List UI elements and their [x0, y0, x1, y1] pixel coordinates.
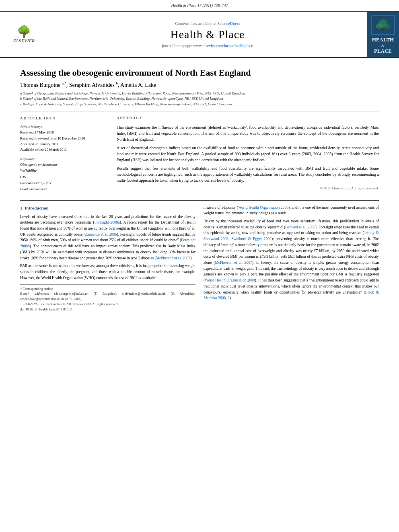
keyword-3: GIS	[20, 174, 109, 180]
email-alvanides: s.alvanides@northumbria.ac.uk (S. Alvani…	[122, 292, 195, 296]
affiliations: a School of Geography, Politics and Soci…	[20, 91, 379, 107]
hp-logo-place: PLACE	[374, 48, 392, 54]
email-label: E-mail addresses:	[20, 292, 49, 296]
ref-banwell[interactable]: Banwell et al. 2005	[285, 225, 315, 229]
footnote-email-line: E-mail addresses: t.h.s.burgoine@ncl.ac.…	[20, 291, 195, 302]
abstract-para3: Results suggest that few elements of bot…	[117, 165, 379, 183]
body-divider	[20, 200, 379, 201]
affiliation-b: b School of the Built and Natural Enviro…	[20, 96, 379, 102]
keywords-list: Obesogenic environments Walkability GIS …	[20, 162, 109, 192]
article-title: Assessing the obesogenic environment of …	[20, 68, 379, 78]
doi-line: doi:10.1016/j.healthplace.2011.01.011	[20, 307, 195, 312]
ref-black[interactable]: Black & Macinko 2008, 2	[204, 290, 379, 300]
keywords-label: Keywords:	[20, 156, 109, 162]
ref-mcpherson2007b[interactable]: McPherson et al. 2007	[215, 261, 252, 265]
intro-para3: measure of adiposity (World Health Organ…	[204, 205, 379, 216]
ref-foresight2008a[interactable]: Foresight 2008a	[95, 220, 120, 224]
page-container: Health & Place 17 (2011) 738–747 🌳 ELSEV…	[0, 0, 399, 320]
ref-zaninotto[interactable]: Zaninotto et al. 2006	[85, 232, 117, 236]
info-section: ARTICLE INFO Article history: Received 2…	[20, 115, 379, 195]
elsevier-brand-text: ELSEVIER	[13, 38, 35, 43]
svg-rect-4	[376, 28, 390, 31]
footnote-divider	[20, 284, 195, 285]
article-info-panel: ARTICLE INFO Article history: Received 2…	[20, 115, 109, 195]
body-col-right: measure of adiposity (World Health Organ…	[204, 205, 379, 312]
keywords-section: Keywords: Obesogenic environments Walkab…	[20, 156, 109, 193]
hp-logo-health: HEALTH	[372, 37, 394, 43]
abstract-para2: A set of theoretical obesogenic indices …	[117, 145, 379, 163]
issn-line: 1353-8292/$ - see front matter © 2011 El…	[20, 302, 195, 307]
abstract-text: This study examines the influence of the…	[117, 124, 379, 183]
body-col-left: 1. Introduction Levels of obesity have i…	[20, 205, 195, 312]
hp-logo-box: HEALTH & PLACE	[367, 12, 399, 57]
contents-line: Contents lists available at ScienceDirec…	[175, 21, 240, 26]
ref-jeffery[interactable]: Jeffery & Sherwood 2008	[204, 231, 379, 241]
ref-mcpherson2007a[interactable]: McPherson et al. 2007	[156, 256, 191, 260]
journal-header-band: 🌳 ELSEVIER Contents lists available at S…	[0, 11, 399, 58]
hp-logo-image	[371, 15, 395, 35]
keyword-2: Walkability	[20, 168, 109, 174]
hp-logo-ampersand: &	[381, 43, 385, 48]
ref-swinburn[interactable]: Swinburn & Egger 2002	[231, 237, 271, 241]
authors-line: Thomas Burgoine a,*, Seraphim Alvanides …	[20, 81, 379, 88]
footnote-star: * Corresponding author.	[20, 286, 195, 292]
contents-text: Contents lists available at	[175, 21, 216, 26]
journal-title-center: Contents lists available at ScienceDirec…	[48, 12, 367, 57]
journal-citation-bar: Health & Place 17 (2011) 738–747	[0, 0, 399, 9]
intro-para2: BMI as a measure is not without its weak…	[20, 263, 195, 281]
ref-who2000a[interactable]: World Health Organisation 2000	[238, 205, 288, 210]
journal-citation: Health & Place 17 (2011) 738–747	[171, 3, 228, 8]
affiliation-a: a School of Geography, Politics and Soci…	[20, 91, 379, 97]
article-content: Assessing the obesogenic environment of …	[0, 60, 399, 320]
sciencedirect-link[interactable]: ScienceDirect	[217, 21, 240, 26]
homepage-link[interactable]: www.elsevier.com/locate/healthplace	[193, 43, 253, 48]
intro-para4: Driven by the increased availability of …	[204, 218, 379, 301]
ref-who2000b[interactable]: World Health Organisation 2000	[205, 278, 255, 282]
abstract-title: ABSTRACT	[117, 115, 379, 121]
homepage-text: journal homepage:	[162, 43, 192, 48]
elsevier-logo: 🌳 ELSEVIER	[0, 12, 48, 57]
journal-main-title: Health & Place	[170, 28, 245, 41]
journal-homepage-line: journal homepage: www.elsevier.com/locat…	[162, 43, 253, 48]
online-date: Available online 29 March 2011	[20, 147, 109, 152]
divider-after-affiliations	[20, 111, 379, 111]
abstract-section: ABSTRACT This study examines the influen…	[117, 115, 379, 195]
received-date: Received 27 May 2010	[20, 129, 109, 135]
footnote-corresponding: * Corresponding author. E-mail addresses…	[20, 286, 195, 312]
intro-heading: 1. Introduction	[20, 205, 195, 212]
email-lake: amelia.lake@northumbria.ac.uk (A.A. Lake…	[20, 297, 82, 301]
affiliation-c: c Biology, Food & Nutrition, School of L…	[20, 102, 379, 107]
elsevier-tree-icon: 🌳	[17, 26, 31, 37]
keyword-4: Environmental justice	[20, 180, 109, 186]
body-section: 1. Introduction Levels of obesity have i…	[20, 205, 379, 312]
revised-date: Received in revised form 10 December 201…	[20, 136, 109, 141]
abstract-para1: This study examines the influence of the…	[117, 124, 379, 142]
email-burgoine: t.h.s.burgoine@ncl.ac.uk (T. Burgoine),	[54, 292, 117, 296]
copyright-line: © 2011 Elsevier Ltd. All rights reserved…	[117, 186, 379, 191]
history-label: Article history:	[20, 124, 109, 129]
accepted-date: Accepted 28 January 2011	[20, 141, 109, 147]
ref-foresight2008b[interactable]: Foresight 2008b	[20, 238, 195, 248]
article-info-title: ARTICLE INFO	[20, 115, 109, 121]
intro-para1: Levels of obesity have increased three-f…	[20, 214, 195, 261]
article-history: Article history: Received 27 May 2010 Re…	[20, 124, 109, 153]
keyword-5: Food environment	[20, 186, 109, 192]
keyword-1: Obesogenic environments	[20, 162, 109, 168]
